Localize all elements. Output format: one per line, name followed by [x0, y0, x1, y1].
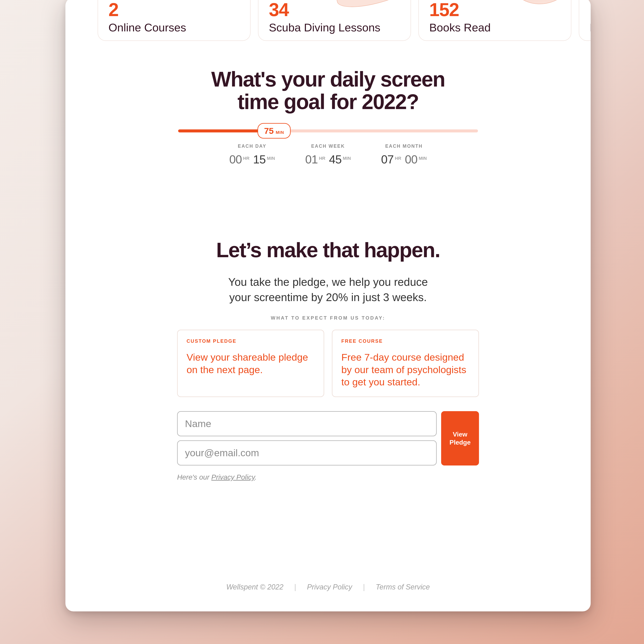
privacy-note: Here's our Privacy Policy. — [177, 473, 479, 481]
stat-number: 2 — [108, 0, 240, 19]
stat-card-scuba[interactable]: 34 Scuba Diving Lessons — [258, 0, 411, 41]
goal-heading-line1: What's your daily screen — [211, 67, 445, 91]
slider-thumb[interactable]: 75 MIN — [257, 123, 291, 139]
pledge-lede-line2: your screentime by 20% in just 3 weeks. — [229, 291, 427, 303]
app-panel: 2 Online Courses 34 Scuba Diving Lessons… — [65, 0, 591, 611]
name-field[interactable] — [177, 411, 437, 436]
unit-hr: HR — [243, 156, 250, 161]
privacy-prefix: Here's our — [177, 473, 211, 481]
stats-strip: 2 Online Courses 34 Scuba Diving Lessons… — [65, 0, 591, 41]
stat-card-books[interactable]: 152 Books Read — [418, 0, 571, 41]
breakdown-week: EACH WEEK 01HR 45MIN — [305, 143, 351, 166]
pledge-heading: Let’s make that happen. — [177, 238, 479, 262]
card-custom-pledge[interactable]: CUSTOM PLEDGE View your shareable pledge… — [177, 330, 324, 397]
footer-separator: | — [363, 583, 365, 591]
breakdown-label: EACH WEEK — [305, 143, 351, 149]
slider-value: 75 — [264, 126, 274, 136]
breakdown-label: EACH DAY — [229, 143, 275, 149]
goal-heading-line2: time goal for 2022? — [237, 90, 419, 114]
month-minutes: 00 — [405, 153, 418, 166]
view-pledge-button[interactable]: View Pledge — [441, 411, 479, 465]
stat-label: Books Read — [429, 21, 560, 34]
unit-min: MIN — [343, 156, 351, 161]
goal-breakdown: EACH DAY 00HR 15MIN EACH WEEK 01HR 45MIN… — [65, 143, 591, 166]
stat-card-next[interactable]: 1 M — [579, 0, 591, 41]
pledge-section: Let’s make that happen. You take the ple… — [177, 238, 479, 481]
week-minutes: 45 — [329, 153, 342, 166]
goal-slider[interactable]: 75 MIN — [178, 129, 478, 132]
card-free-course[interactable]: FREE COURSE Free 7-day course designed b… — [332, 330, 479, 397]
stat-label: M — [590, 21, 591, 34]
privacy-suffix: . — [255, 473, 257, 481]
week-hours: 01 — [305, 153, 318, 166]
slider-track[interactable] — [178, 129, 478, 132]
footer-copyright: Wellspent © 2022 — [226, 583, 283, 591]
card-body: Free 7-day course designed by our team o… — [341, 351, 470, 388]
footer-privacy-link[interactable]: Privacy Policy — [307, 583, 352, 591]
card-eyebrow: FREE COURSE — [341, 338, 470, 344]
slider-unit: MIN — [276, 130, 284, 135]
stat-label: Online Courses — [108, 21, 240, 34]
footer-tos-link[interactable]: Terms of Service — [376, 583, 430, 591]
month-hours: 07 — [381, 153, 394, 166]
unit-min: MIN — [419, 156, 427, 161]
day-hours: 00 — [229, 153, 242, 166]
goal-section: What's your daily screen time goal for 2… — [65, 68, 591, 166]
breakdown-label: EACH MONTH — [381, 143, 427, 149]
breakdown-day: EACH DAY 00HR 15MIN — [229, 143, 275, 166]
email-field[interactable] — [177, 440, 437, 465]
unit-hr: HR — [395, 156, 401, 161]
breakdown-month: EACH MONTH 07HR 00MIN — [381, 143, 427, 166]
pledge-form: View Pledge — [177, 411, 479, 465]
stat-card-online-courses[interactable]: 2 Online Courses — [98, 0, 251, 41]
pledge-expect-label: WHAT TO EXPECT FROM US TODAY: — [177, 315, 479, 321]
goal-heading: What's your daily screen time goal for 2… — [211, 68, 445, 113]
unit-min: MIN — [267, 156, 275, 161]
footer-separator: | — [294, 583, 296, 591]
card-body: View your shareable pledge on the next p… — [187, 351, 315, 376]
day-minutes: 15 — [253, 153, 266, 166]
card-eyebrow: CUSTOM PLEDGE — [187, 338, 315, 344]
stat-number: 1 — [590, 0, 591, 19]
unit-hr: HR — [319, 156, 325, 161]
stat-label: Scuba Diving Lessons — [269, 21, 400, 34]
pledge-lede: You take the pledge, we help you reduce … — [217, 275, 439, 305]
stat-number: 34 — [269, 0, 400, 19]
privacy-policy-link[interactable]: Privacy Policy — [211, 473, 255, 481]
footer: Wellspent © 2022 | Privacy Policy | Term… — [65, 583, 591, 591]
pledge-lede-line1: You take the pledge, we help you reduce — [228, 276, 428, 288]
